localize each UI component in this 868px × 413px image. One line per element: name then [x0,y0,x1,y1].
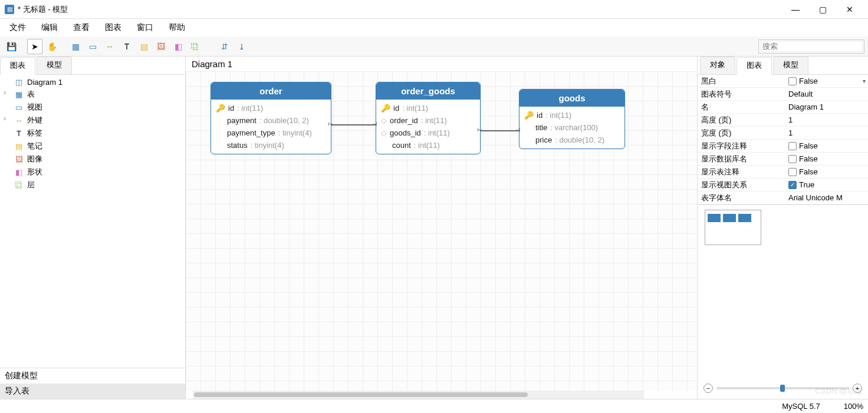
prop-value: False [799,154,818,163]
tab-diagram[interactable]: 图表 [0,57,35,75]
prop-row[interactable]: 黑白False▾ [698,75,868,88]
close-button[interactable]: ✕ [836,1,863,18]
tree-item-diagram[interactable]: ◫Diagram 1 [0,76,185,88]
tab-model[interactable]: 模型 [37,57,72,74]
field-row[interactable]: title: varchar(100) [523,121,621,134]
tree-item[interactable]: ▤笔记 [0,140,185,153]
prop-key: 显示视图关系 [698,179,786,191]
field-row[interactable]: status: tinyint(4) [215,139,327,151]
field-row[interactable]: 🔑id: int(11) [380,102,476,114]
tree: ◫Diagram 1›▦表▭视图›↔外键T标签▤笔记🖼图像◧形状⿻层 [0,75,185,368]
checkbox-icon[interactable] [788,168,797,176]
field-row[interactable]: ◇goods_id: int(11) [380,127,476,139]
relation-icon[interactable]: ↔ [102,39,117,54]
prop-value: False [799,167,818,176]
shape-icon[interactable]: ◧ [170,39,186,54]
tree-item[interactable]: ↔外键 [0,114,185,127]
entity-header[interactable]: order_goods [376,82,480,100]
text-icon[interactable]: T [119,39,134,54]
minimize-button[interactable]: — [782,1,809,18]
status-db: MySQL 5.7 [782,402,820,411]
prop-row[interactable]: 显示表注释False [698,166,868,179]
tree-item[interactable]: ▭视图 [0,101,185,114]
expander-icon[interactable]: › [4,114,11,123]
entity-order_goods[interactable]: order_goods🔑id: int(11)◇order_id: int(11… [376,82,481,154]
checkbox-icon[interactable] [788,77,797,85]
hand-icon[interactable]: ✋ [44,39,60,54]
prop-value: Default [788,90,813,98]
expander-icon[interactable]: › [4,88,11,97]
entity-goods[interactable]: goods🔑id: int(11)title: varchar(100)pric… [519,89,625,149]
field-row[interactable]: price: double(10, 2) [523,134,621,146]
prop-row[interactable]: 显示视图关系✓True [698,179,868,191]
checkbox-icon[interactable] [788,142,797,150]
create-model-button[interactable]: 创建模型 [0,368,185,384]
image-tool-icon[interactable]: 🖼 [153,39,169,54]
view-icon[interactable]: ▭ [85,39,100,54]
prop-row[interactable]: 显示数据库名False [698,153,868,166]
search-box[interactable] [758,39,864,54]
field-row[interactable]: ◇order_id: int(11) [380,114,476,127]
field-name: id [228,104,234,113]
menu-view[interactable]: 查看 [67,20,96,35]
horizontal-scrollbar[interactable] [193,391,644,399]
overview: − + [698,204,868,399]
search-input[interactable] [762,42,862,51]
entity-order[interactable]: order🔑id: int(11)payment: double(10, 2)p… [211,82,331,154]
field-row[interactable]: 🔑id: int(11) [215,102,327,114]
prop-row[interactable]: 图表符号Default [698,88,868,101]
field-row[interactable]: payment: double(10, 2) [215,114,327,127]
checkbox-icon[interactable] [788,155,797,163]
connector[interactable] [481,130,519,131]
tree-item[interactable]: T标签 [0,127,185,140]
tree-item[interactable]: ▦表 [0,88,185,101]
tree-item[interactable]: ⿻层 [0,179,185,191]
titlebar-left: ▤ * 无标题 - 模型 [5,4,68,15]
menu-file[interactable]: 文件 [4,20,32,35]
prop-value: Diagram 1 [788,103,824,111]
autolayout-icon[interactable]: ⇵ [217,39,232,54]
key-icon: 🔑 [524,111,534,120]
canvas[interactable]: order🔑id: int(11)payment: double(10, 2)p… [186,71,697,391]
prop-row[interactable]: 高度 (页)1 [698,114,868,127]
tree-item[interactable]: 🖼图像 [0,153,185,166]
maximize-button[interactable]: ▢ [809,1,836,18]
save-icon[interactable]: 💾 [4,39,19,54]
pointer-icon[interactable]: ➤ [27,39,42,54]
export-icon[interactable]: ⤓ [234,39,249,54]
table-icon[interactable]: ▦ [68,39,83,54]
minimap-entity [708,214,721,222]
connector[interactable] [331,124,376,125]
layer-icon: ⿻ [14,180,24,190]
prop-row[interactable]: 名Diagram 1 [698,101,868,114]
prop-key: 名 [698,101,786,113]
fk-icon: ↔ [14,115,24,125]
checkbox-icon[interactable]: ✓ [788,181,797,189]
note-icon[interactable]: ▤ [136,39,152,54]
prop-row[interactable]: 显示字段注释False [698,140,868,153]
prop-value: 1 [788,128,793,137]
field-row[interactable]: count: int(11) [380,139,476,151]
overview-minimap[interactable] [705,210,761,245]
menu-window[interactable]: 窗口 [131,20,159,35]
entity-header[interactable]: order [211,82,331,100]
prop-row[interactable]: 宽度 (页)1 [698,127,868,140]
field-name: order_id [390,116,418,125]
tab-object[interactable]: 对象 [700,57,735,74]
tab-diagram-props[interactable]: 图表 [737,57,772,75]
prop-row[interactable]: 表字体名Arial Unicode M [698,191,868,204]
tab-model-props[interactable]: 模型 [773,57,808,74]
image-icon: 🖼 [14,154,24,164]
menu-help[interactable]: 帮助 [163,20,191,35]
tree-item[interactable]: ◧形状 [0,166,185,179]
layer-icon[interactable]: ⿻ [188,39,203,54]
menu-edit[interactable]: 编辑 [35,20,64,35]
field-row[interactable]: 🔑id: int(11) [523,109,621,121]
entity-header[interactable]: goods [520,90,624,107]
field-row[interactable]: payment_type: tinyint(4) [215,127,327,139]
zoom-out-button[interactable]: − [703,384,713,393]
menu-diagram[interactable]: 图表 [99,20,127,35]
import-table-button[interactable]: 导入表 [0,384,185,399]
canvas-wrap: Diagram 1 order🔑id: int(11)payment: doub… [186,57,697,399]
chevron-down-icon[interactable]: ▾ [863,78,866,84]
